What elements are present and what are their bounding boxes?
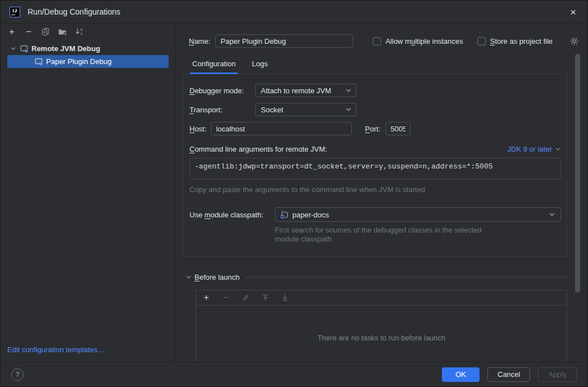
folder-plus-icon xyxy=(57,27,67,36)
sidebar: + − az Remote JVM Debug Paper Plugin Deb… xyxy=(1,24,175,362)
titlebar: IJ Run/Debug Configurations × xyxy=(1,1,587,24)
create-folder-button[interactable] xyxy=(56,25,69,38)
vertical-scrollbar[interactable] xyxy=(575,54,580,293)
host-input[interactable] xyxy=(211,122,352,135)
help-button[interactable]: ? xyxy=(11,368,24,381)
sidebar-toolbar: + − az xyxy=(1,24,175,38)
debugger-mode-label: Debugger mode: xyxy=(189,86,255,95)
ok-button[interactable]: OK xyxy=(442,367,480,382)
checkbox-icon xyxy=(477,37,486,45)
before-launch-header: Before launch xyxy=(186,272,564,282)
copy-configuration-button[interactable] xyxy=(39,25,52,38)
module-classpath-label: Use module classpath: xyxy=(189,211,275,219)
cmdline-header: Command line arguments for remote JVM: J… xyxy=(189,144,561,154)
dialog-title: Run/Debug Configurations xyxy=(28,7,120,16)
copy-icon xyxy=(41,27,50,36)
move-down-button[interactable] xyxy=(279,292,291,304)
before-launch-toolbar: + − xyxy=(196,290,567,306)
intellij-logo-icon: IJ xyxy=(10,7,20,17)
remove-configuration-button[interactable]: − xyxy=(22,25,35,38)
plus-icon: + xyxy=(203,292,209,303)
module-classpath-hint: First search for sources of the debugged… xyxy=(275,226,561,244)
name-label: Name: xyxy=(189,37,210,45)
transport-row: Transport: Socket xyxy=(189,103,561,116)
module-classpath-row: Use module classpath: paper-docs xyxy=(189,207,561,222)
module-icon xyxy=(280,210,289,219)
svg-text:z: z xyxy=(80,31,83,35)
minus-icon: − xyxy=(223,293,228,303)
add-task-button[interactable]: + xyxy=(200,292,212,304)
transport-select[interactable]: Socket xyxy=(255,103,356,116)
debugger-mode-row: Debugger mode: Attach to remote JVM xyxy=(189,84,561,97)
debugger-mode-select[interactable]: Attach to remote JVM xyxy=(255,84,356,97)
sort-az-icon: az xyxy=(75,27,84,36)
footer-buttons: OK Cancel Apply xyxy=(442,367,577,382)
cancel-button[interactable]: Cancel xyxy=(487,367,530,382)
apply-button[interactable]: Apply xyxy=(538,367,577,382)
header-checkboxes: Allow multiple instances Store as projec… xyxy=(373,37,579,46)
checkbox-icon xyxy=(373,37,381,45)
port-label: Port: xyxy=(365,125,380,133)
configuration-tab-panel: Debugger mode: Attach to remote JVM Tran… xyxy=(183,74,567,257)
store-as-project-file-checkbox[interactable]: Store as project file xyxy=(477,37,553,45)
configuration-editor: Name: Allow multiple instances Store as … xyxy=(175,24,587,362)
host-label: Host: xyxy=(189,125,206,133)
jdk-version-link[interactable]: JDK 9 or later xyxy=(508,145,561,153)
module-classpath-value: paper-docs xyxy=(292,211,329,219)
tab-logs[interactable]: Logs xyxy=(251,60,268,74)
arrow-down-bar-icon xyxy=(281,294,289,302)
before-launch-label: Before launch xyxy=(195,273,239,281)
allow-multiple-instances-label: Allow multiple instances xyxy=(386,37,463,45)
section-divider xyxy=(245,277,567,277)
minus-icon: − xyxy=(26,27,31,37)
name-input[interactable] xyxy=(215,34,353,48)
tree-item-label: Paper Plugin Debug xyxy=(46,57,111,66)
store-as-project-file-label: Store as project file xyxy=(490,37,553,45)
before-launch-panel: + − There are no tasks to run before lau… xyxy=(196,290,567,362)
edit-configuration-templates-link[interactable]: Edit configuration templates… xyxy=(7,345,105,354)
sort-configurations-button[interactable]: az xyxy=(73,25,85,38)
chevron-down-icon[interactable] xyxy=(9,45,17,52)
configurations-tree: Remote JVM Debug Paper Plugin Debug xyxy=(1,38,175,68)
tree-item-paper-plugin-debug[interactable]: Paper Plugin Debug xyxy=(7,55,169,68)
chevron-down-icon xyxy=(345,106,352,113)
remote-debug-config-icon xyxy=(20,44,29,53)
chevron-down-icon xyxy=(345,87,352,94)
tab-configuration[interactable]: Configuration xyxy=(192,60,236,74)
chevron-down-icon xyxy=(549,211,555,218)
name-row: Name: Allow multiple instances Store as … xyxy=(189,34,579,48)
cmdline-args-textarea[interactable]: -agentlib:jdwp=transport=dt_socket,serve… xyxy=(189,158,561,179)
allow-multiple-instances-checkbox[interactable]: Allow multiple instances xyxy=(373,37,463,45)
tree-group-label: Remote JVM Debug xyxy=(31,44,100,53)
add-configuration-button[interactable]: + xyxy=(6,25,18,38)
chevron-down-icon xyxy=(555,146,561,152)
transport-label: Transport: xyxy=(189,106,255,114)
port-input[interactable] xyxy=(386,122,410,135)
cmdline-label: Command line arguments for remote JVM: xyxy=(189,145,327,153)
footer: ? OK Cancel Apply xyxy=(1,362,587,386)
move-up-button[interactable] xyxy=(259,292,272,304)
pencil-icon xyxy=(242,294,250,302)
transport-value: Socket xyxy=(261,106,283,114)
store-options-gear-icon[interactable] xyxy=(569,37,579,46)
debugger-mode-value: Attach to remote JVM xyxy=(261,86,331,95)
svg-text:a: a xyxy=(80,28,83,31)
remote-debug-config-icon xyxy=(34,57,44,66)
module-classpath-select[interactable]: paper-docs xyxy=(275,207,561,222)
collapse-chevron-icon[interactable] xyxy=(186,274,192,280)
run-debug-configurations-dialog: IJ Run/Debug Configurations × + − az Rem… xyxy=(0,0,588,387)
before-launch-empty-text: There are no tasks to run before launch xyxy=(196,306,567,362)
remove-task-button[interactable]: − xyxy=(220,292,232,304)
tree-group-remote-jvm-debug[interactable]: Remote JVM Debug xyxy=(1,42,175,55)
edit-task-button[interactable] xyxy=(239,292,252,304)
host-port-row: Host: Port: xyxy=(189,122,561,135)
arrow-up-bar-icon xyxy=(261,294,269,302)
close-icon[interactable]: × xyxy=(568,7,578,17)
plus-icon: + xyxy=(9,27,15,37)
tab-bar: Configuration Logs xyxy=(189,57,564,74)
cmdline-hint: Copy and paste the arguments to the comm… xyxy=(189,185,561,194)
